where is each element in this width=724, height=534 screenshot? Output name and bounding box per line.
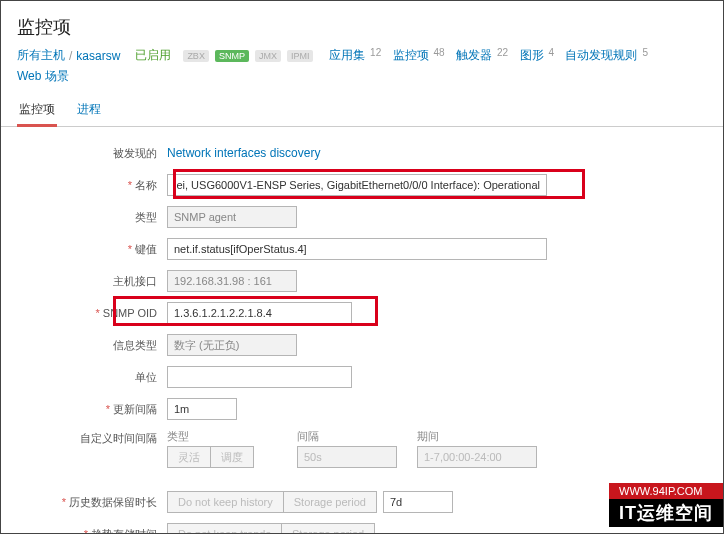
status-enabled: 已启用: [135, 47, 171, 64]
label-type: 类型: [17, 210, 167, 225]
input-type: [167, 206, 297, 228]
link-discovery-rule[interactable]: Network interfaces discovery: [167, 146, 320, 160]
nav-graphs-count: 4: [549, 47, 555, 58]
sub-label-type: 类型: [167, 429, 297, 444]
flex-btn-flex[interactable]: 灵活: [167, 446, 211, 468]
label-unit: 单位: [17, 370, 167, 385]
nav-graphs[interactable]: 图形: [520, 47, 544, 64]
watermark-url: WWW.94IP.COM: [609, 483, 723, 499]
nav-triggers-count: 22: [497, 47, 508, 58]
nav-web[interactable]: Web 场景: [17, 68, 69, 85]
label-discovered: 被发现的: [17, 146, 167, 161]
nav-discovery-count: 5: [642, 47, 648, 58]
sub-label-period: 期间: [417, 429, 547, 444]
tag-snmp: SNMP: [215, 50, 249, 62]
trend-btn-nokeep[interactable]: Do not keep trends: [167, 523, 282, 534]
nav-items-count: 48: [434, 47, 445, 58]
tab-process[interactable]: 进程: [75, 95, 103, 126]
nav-discovery[interactable]: 自动发现规则: [565, 47, 637, 64]
tab-item[interactable]: 监控项: [17, 95, 57, 127]
nav-apps-count: 12: [370, 47, 381, 58]
input-infotype: [167, 334, 297, 356]
tag-jmx: JMX: [255, 50, 281, 62]
label-trend: 趋势存储时间: [17, 527, 167, 535]
watermark-text: IT运维空间: [609, 499, 723, 527]
breadcrumb-sep: /: [69, 49, 72, 63]
label-key: 键值: [17, 242, 167, 257]
label-infotype: 信息类型: [17, 338, 167, 353]
flex-btn-sched[interactable]: 调度: [211, 446, 254, 468]
input-oid[interactable]: [167, 302, 352, 324]
input-flex-period: [417, 446, 537, 468]
breadcrumb-host[interactable]: kasarsw: [76, 49, 120, 63]
nav-triggers[interactable]: 触发器: [456, 47, 492, 64]
breadcrumb-all-hosts[interactable]: 所有主机: [17, 47, 65, 64]
sub-label-interval: 间隔: [297, 429, 417, 444]
breadcrumb: 所有主机 / kasarsw 已启用 ZBX SNMP JMX IPMI 应用集…: [1, 47, 723, 95]
nav-items[interactable]: 监控项: [393, 47, 429, 64]
input-name[interactable]: [167, 174, 547, 196]
label-interval: 更新间隔: [17, 402, 167, 417]
nav-apps[interactable]: 应用集: [329, 47, 365, 64]
trend-btn-period[interactable]: Storage period: [282, 523, 375, 534]
input-unit[interactable]: [167, 366, 352, 388]
input-interval[interactable]: [167, 398, 237, 420]
label-custom-interval: 自定义时间间隔: [17, 429, 167, 446]
label-history: 历史数据保留时长: [17, 495, 167, 510]
label-name: 名称: [17, 178, 167, 193]
label-oid: SNMP OID: [17, 307, 167, 319]
input-hostif: [167, 270, 297, 292]
label-hostif: 主机接口: [17, 274, 167, 289]
history-btn-period[interactable]: Storage period: [284, 491, 377, 513]
form: 被发现的 Network interfaces discovery 名称 类型 …: [1, 127, 723, 534]
history-btn-nokeep[interactable]: Do not keep history: [167, 491, 284, 513]
page-title: 监控项: [1, 1, 723, 47]
watermark: WWW.94IP.COM IT运维空间: [609, 483, 723, 527]
input-history[interactable]: [383, 491, 453, 513]
input-key[interactable]: [167, 238, 547, 260]
tag-ipmi: IPMI: [287, 50, 314, 62]
tabs: 监控项 进程: [1, 95, 723, 127]
input-flex-interval: [297, 446, 397, 468]
tag-zbx: ZBX: [183, 50, 209, 62]
